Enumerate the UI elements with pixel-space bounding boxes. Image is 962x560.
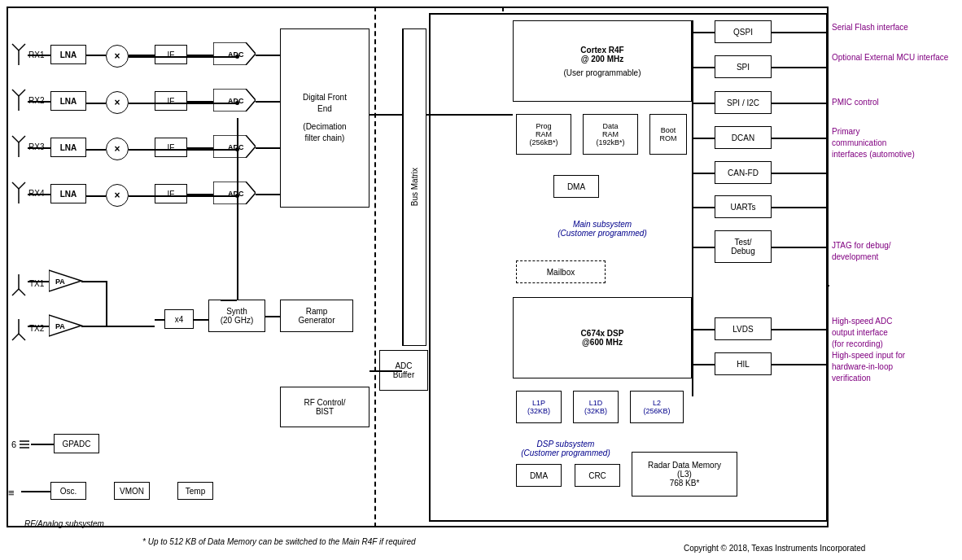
ramp-gen-block: Ramp Generator: [280, 300, 353, 332]
line-adc1-dfe: [256, 55, 280, 56]
line-ant-lna4: [28, 194, 50, 195]
bus-matrix-line: [402, 28, 404, 346]
line-adc2-dfe: [256, 101, 280, 103]
line-pa1-right: [81, 281, 106, 282]
line-synth-vertical: [237, 118, 238, 300]
line-to-hil: [692, 364, 715, 365]
dma-dsp-block: DMA: [516, 464, 562, 487]
mixer4-block: ×: [106, 184, 129, 207]
lna4-block: LNA: [50, 184, 86, 203]
line-mix2-v-tap: [129, 103, 237, 104]
svg-line-1: [12, 44, 19, 50]
line-synth-ramp: [265, 316, 280, 317]
rf-bist-block: RF Control/ BIST: [280, 387, 369, 427]
if1-block: IF: [155, 45, 187, 64]
svg-line-22: [19, 289, 25, 295]
gpadc-block: GPADC: [54, 434, 99, 453]
line-to-uarts: [692, 207, 715, 208]
rx1-antenna: [10, 42, 28, 68]
highspeed-adc-label: High-speed ADCoutput interface(for recor…: [832, 316, 958, 350]
line-dfe-bus: [369, 114, 402, 116]
lna3-block: LNA: [50, 138, 86, 157]
dma-main-block: DMA: [553, 175, 599, 198]
rf-analog-label: RF/Analog subsystem: [24, 519, 104, 528]
mixer1-block: ×: [106, 45, 129, 68]
line-lna2-mix2: [86, 103, 106, 104]
dfe-block: Digital Front End (Decimation filter cha…: [280, 28, 369, 208]
primary-comm-label: Primarycommunicationinterfaces (automoti…: [832, 126, 958, 160]
line-lna3-mix3: [86, 149, 106, 151]
adc2-block: ADC: [213, 89, 256, 112]
line-gpadc: [31, 444, 54, 445]
lna2-block: LNA: [50, 91, 86, 111]
synth-block: Synth (20 GHz): [208, 300, 265, 332]
lvds-block: LVDS: [715, 317, 772, 340]
line-ant-pa1: [28, 281, 49, 282]
radar-mem-block: Radar Data Memory (L3) 768 KB*: [632, 452, 737, 497]
data-ram-block: Data RAM (192kB*): [583, 114, 638, 155]
mixer3-block: ×: [106, 138, 129, 160]
adc1-block: ADC: [213, 42, 256, 65]
jtag-label: JTAG for debug/development: [832, 240, 958, 263]
line-lna1-mix1: [86, 55, 106, 56]
if2-block: IF: [155, 91, 187, 111]
line-mix4-v-tap: [129, 195, 237, 197]
x4-block: x4: [164, 309, 194, 329]
svg-line-8: [19, 136, 25, 142]
svg-line-7: [12, 136, 19, 142]
bus-matrix-block: Bus Matrix: [402, 28, 426, 346]
svg-line-10: [12, 182, 19, 189]
six-label: 6: [11, 440, 16, 449]
uarts-block: UARTs: [715, 195, 772, 218]
lna1-block: LNA: [50, 45, 86, 64]
junction3: [235, 147, 239, 151]
line-to-spii2c: [692, 103, 715, 104]
adc4-block: ADC: [213, 182, 256, 204]
line-to-dcan: [692, 138, 715, 139]
line-x4-synth: [194, 319, 208, 321]
svg-text:PA: PA: [55, 322, 65, 330]
svg-marker-28: [49, 315, 81, 336]
line-hil-out: [772, 364, 828, 365]
line-to-spi: [692, 67, 715, 68]
line-bus-cortex: [426, 114, 513, 116]
boot-rom-block: Boot ROM: [649, 114, 687, 155]
svg-line-11: [19, 182, 25, 189]
tx2-antenna: [10, 317, 28, 343]
line-to-canfd: [692, 173, 715, 174]
copyright: Copyright © 2018, Texas Instruments Inco…: [684, 544, 865, 553]
adc3-block: ADC: [213, 135, 256, 158]
line-adcbuf-bus: [369, 370, 402, 372]
vmon-block: VMON: [114, 482, 150, 500]
line-testdbg-out: [772, 247, 828, 248]
line-pa2-synth: [81, 326, 155, 327]
osc-symbol: ≡: [8, 487, 15, 499]
main-subsystem-label: Main subsystem (Customer programmed): [513, 220, 692, 238]
line-adc3-dfe: [256, 147, 280, 149]
line-spi-out: [772, 67, 828, 68]
svg-line-4: [12, 90, 19, 96]
hil-block: HIL: [715, 352, 772, 375]
junction4: [235, 194, 239, 198]
line-uarts-out: [772, 207, 828, 208]
dsp-block: C674x DSP @600 MHz: [513, 297, 692, 378]
dcan-block: DCAN: [715, 126, 772, 149]
line-to-x4: [155, 319, 164, 321]
osc-block: Osc.: [50, 482, 86, 500]
line-ant-pa2: [28, 326, 49, 327]
mixer2-block: ×: [106, 91, 129, 114]
temp-block: Temp: [177, 482, 213, 500]
line-canfd-out: [772, 173, 828, 174]
l2-block: L2 (256KB): [630, 391, 684, 423]
l1p-block: L1P (32KB): [516, 391, 562, 423]
line-dcan-out: [772, 138, 828, 139]
svg-line-25: [19, 334, 25, 340]
svg-marker-26: [49, 270, 81, 291]
line-lvds-out: [772, 329, 828, 330]
footnote: * Up to 512 KB of Data Memory can be swi…: [142, 537, 416, 546]
diagram-container: RF/Analog subsystem RX1 RX2 RX3: [0, 0, 962, 560]
line-adc4-dfe: [256, 194, 280, 195]
highspeed-input-label: High-speed input forhardware-in-loopveri…: [832, 350, 958, 384]
pmic-label: PMIC control: [832, 98, 958, 107]
line-spii2c-out: [772, 103, 828, 104]
